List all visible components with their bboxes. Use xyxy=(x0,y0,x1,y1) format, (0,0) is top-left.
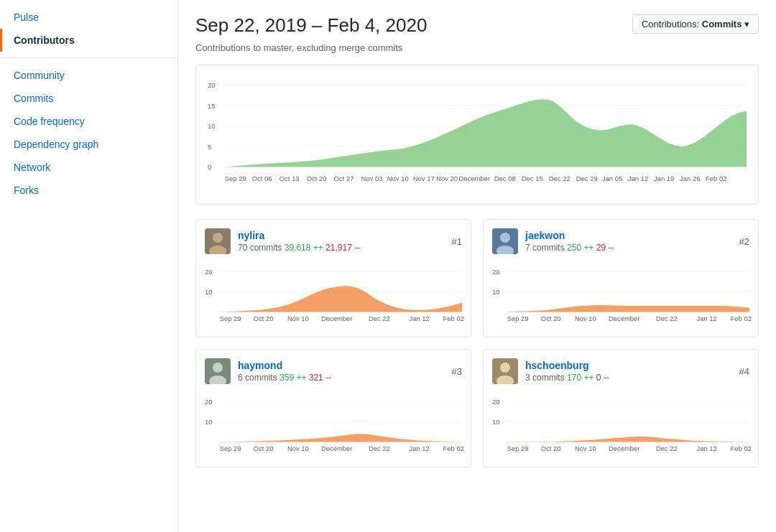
svg-text:Sep 29: Sep 29 xyxy=(220,314,241,322)
sidebar-item-code-frequency[interactable]: Code frequency xyxy=(0,110,177,133)
header-row: Sep 22, 2019 – Feb 4, 2020 Contributions… xyxy=(195,14,759,37)
username-jaekwon[interactable]: jaekwon xyxy=(525,230,739,241)
x-label-nov10: Nov 10 xyxy=(387,174,409,182)
card-header-3: haymond 6 commits 359 ++ 321 -- #3 xyxy=(205,358,462,384)
avatar-nylira xyxy=(205,228,231,254)
svg-text:Feb 02: Feb 02 xyxy=(731,444,752,452)
svg-text:Nov 10: Nov 10 xyxy=(287,444,309,452)
username-hschoenburg[interactable]: hschoenburg xyxy=(525,360,739,371)
x-label-jan05: Jan 05 xyxy=(602,174,622,182)
sidebar: Pulse Contributors Community Commits Cod… xyxy=(0,0,178,532)
svg-text:10: 10 xyxy=(205,418,212,426)
svg-text:20: 20 xyxy=(205,398,212,406)
svg-text:20: 20 xyxy=(205,268,212,276)
card-commits-3: 6 commits 359 ++ 321 -- xyxy=(238,373,452,383)
contributions-button[interactable]: Contributions: Commits ▾ xyxy=(632,14,759,34)
deletions-1: 21,917 -- xyxy=(325,243,360,253)
svg-text:20: 20 xyxy=(492,268,499,276)
svg-text:Feb 02: Feb 02 xyxy=(443,444,464,452)
svg-text:Nov 10: Nov 10 xyxy=(287,314,309,322)
x-label-dec08: Dec 08 xyxy=(494,174,516,182)
username-haymond[interactable]: haymond xyxy=(238,360,452,371)
svg-text:Oct 20: Oct 20 xyxy=(541,314,561,322)
x-label-oct06: Oct 06 xyxy=(252,174,272,182)
x-label-jan19: Jan 19 xyxy=(654,174,674,182)
contributor-card-1: nylira 70 commits 39,618 ++ 21,917 -- #1… xyxy=(195,219,471,337)
x-label-jan26: Jan 26 xyxy=(680,174,700,182)
x-label-oct27: Oct 27 xyxy=(334,174,354,182)
x-label-dec22: Dec 22 xyxy=(549,174,571,182)
mini-chart-2: 20 10 Sep 29 Oct 20 Nov 10 December Dec … xyxy=(492,261,749,326)
x-label-nov03: Nov 03 xyxy=(361,174,383,182)
commits-count-2: 7 commits xyxy=(525,243,565,253)
card-commits-2: 7 commits 250 ++ 29 -- xyxy=(525,243,739,253)
x-label-oct13: Oct 13 xyxy=(280,174,300,182)
sidebar-item-dependency-graph[interactable]: Dependency graph xyxy=(0,133,177,156)
svg-point-46 xyxy=(500,363,510,373)
card-info-2: jaekwon 7 commits 250 ++ 29 -- xyxy=(525,230,739,253)
svg-text:Nov 10: Nov 10 xyxy=(575,444,596,452)
svg-text:Oct 20: Oct 20 xyxy=(254,444,274,452)
x-label-dec29: Dec 29 xyxy=(576,174,598,182)
mini-chart-3: 20 10 Sep 29 Oct 20 Nov 10 December Dec … xyxy=(205,391,462,456)
mini-chart-4: 20 10 Sep 29 Oct 20 Nov 10 December Dec … xyxy=(492,391,749,456)
x-label-december: December xyxy=(458,174,490,182)
x-label-nov20: Nov 20 xyxy=(436,174,458,182)
sidebar-item-pulse[interactable]: Pulse xyxy=(0,6,177,29)
x-label-dec15: Dec 15 xyxy=(522,174,543,182)
svg-text:December: December xyxy=(321,314,352,322)
svg-point-31 xyxy=(213,363,223,373)
additions-3: 359 ++ xyxy=(280,373,306,383)
additions-2: 250 ++ xyxy=(567,243,593,253)
sidebar-divider xyxy=(0,57,177,58)
svg-text:Feb 02: Feb 02 xyxy=(443,314,464,322)
main-content: Sep 22, 2019 – Feb 4, 2020 Contributions… xyxy=(178,0,776,532)
svg-text:Jan 12: Jan 12 xyxy=(697,444,717,452)
x-label-sep29: Sep 29 xyxy=(225,174,246,182)
date-range: Sep 22, 2019 – Feb 4, 2020 xyxy=(195,14,427,37)
avatar-hschoenburg xyxy=(492,358,518,384)
contributor-card-2: jaekwon 7 commits 250 ++ 29 -- #2 20 10 xyxy=(483,219,759,337)
svg-text:10: 10 xyxy=(492,288,499,296)
card-header-4: hschoenburg 3 commits 170 ++ 0 -- #4 xyxy=(492,358,749,384)
contributor-card-3: haymond 6 commits 359 ++ 321 -- #3 20 10 xyxy=(195,349,471,467)
commits-count-1: 70 commits xyxy=(238,243,282,253)
sidebar-item-network[interactable]: Network xyxy=(0,156,177,179)
rank-4: #4 xyxy=(739,366,749,377)
username-nylira[interactable]: nylira xyxy=(238,230,452,241)
svg-text:Sep 29: Sep 29 xyxy=(507,444,529,452)
contributor-card-4: hschoenburg 3 commits 170 ++ 0 -- #4 20 … xyxy=(483,349,759,467)
svg-text:Dec 22: Dec 22 xyxy=(369,314,390,322)
svg-text:Jan 12: Jan 12 xyxy=(697,314,717,322)
sidebar-item-forks[interactable]: Forks xyxy=(0,179,177,202)
commits-count-4: 3 commits xyxy=(525,373,565,383)
x-label-feb02: Feb 02 xyxy=(706,174,727,182)
deletions-2: 29 -- xyxy=(596,243,614,253)
y-label-5: 5 xyxy=(208,143,211,151)
svg-text:Jan 12: Jan 12 xyxy=(410,314,430,322)
commits-count-3: 6 commits xyxy=(238,373,277,383)
card-info-1: nylira 70 commits 39,618 ++ 21,917 -- xyxy=(238,230,452,253)
y-label-0: 0 xyxy=(208,163,211,171)
svg-text:Jan 12: Jan 12 xyxy=(410,444,430,452)
svg-text:10: 10 xyxy=(492,418,499,426)
card-header-2: jaekwon 7 commits 250 ++ 29 -- #2 xyxy=(492,228,749,254)
main-chart: 20 15 10 5 0 Sep 29 Oct 06 Oct 13 Oct 20… xyxy=(208,74,747,196)
svg-text:December: December xyxy=(609,314,639,322)
rank-1: #1 xyxy=(452,236,462,247)
sidebar-item-commits[interactable]: Commits xyxy=(0,87,177,110)
mini-chart-area-1 xyxy=(220,286,462,312)
mini-chart-area-3 xyxy=(220,434,462,442)
contributors-grid: nylira 70 commits 39,618 ++ 21,917 -- #1… xyxy=(195,219,759,467)
svg-text:Dec 22: Dec 22 xyxy=(656,314,678,322)
sidebar-item-contributors[interactable]: Contributors xyxy=(0,29,177,52)
additions-4: 170 ++ xyxy=(567,373,593,383)
card-info-3: haymond 6 commits 359 ++ 321 -- xyxy=(238,360,452,383)
svg-point-16 xyxy=(500,233,510,243)
card-commits-1: 70 commits 39,618 ++ 21,917 -- xyxy=(238,243,452,253)
sidebar-item-community[interactable]: Community xyxy=(0,64,177,87)
subtitle: Contributions to master, excluding merge… xyxy=(195,42,759,53)
contributions-label: Contributions: xyxy=(642,19,702,29)
card-info-4: hschoenburg 3 commits 170 ++ 0 -- xyxy=(525,360,739,383)
deletions-3: 321 -- xyxy=(309,373,331,383)
